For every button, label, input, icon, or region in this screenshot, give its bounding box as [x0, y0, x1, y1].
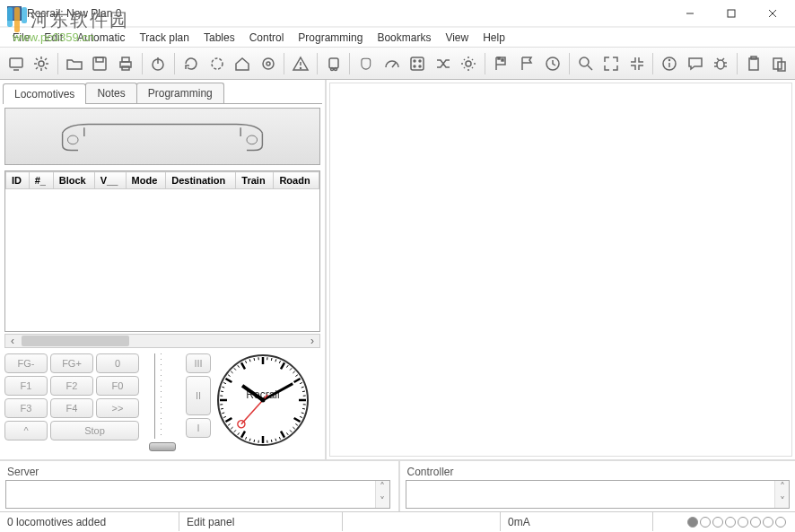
- window-maximize-button[interactable]: [711, 0, 752, 27]
- left-pane: Locomotives Notes Programming ID#_BlockV…: [0, 80, 327, 459]
- caret-button[interactable]: ^: [4, 421, 48, 440]
- stop-button[interactable]: Stop: [50, 421, 139, 440]
- monitor-icon[interactable]: [4, 51, 29, 76]
- bug-icon[interactable]: [709, 51, 734, 76]
- train-icon[interactable]: [321, 51, 346, 76]
- expand-icon[interactable]: [598, 51, 624, 76]
- window-titlebar: Rocrail: New Plan 0: [0, 0, 795, 27]
- locomotive-preview: [4, 108, 320, 165]
- zoom-icon[interactable]: [573, 51, 598, 76]
- f1-button[interactable]: F1: [4, 376, 48, 396]
- menu-programming[interactable]: Programming: [291, 30, 370, 46]
- col-block[interactable]: Block: [53, 172, 94, 189]
- svg-rect-30: [502, 59, 503, 61]
- tab-locomotives[interactable]: Locomotives: [3, 83, 86, 104]
- chat-icon[interactable]: [683, 51, 708, 76]
- server-log-list[interactable]: ˄˅: [5, 480, 390, 509]
- svg-rect-8: [96, 57, 103, 62]
- light-icon[interactable]: [457, 51, 482, 76]
- window-close-button[interactable]: [752, 0, 793, 27]
- svg-point-28: [466, 61, 471, 66]
- shrink-icon[interactable]: [625, 51, 650, 76]
- menu-automatic[interactable]: Automatic: [70, 30, 132, 46]
- svg-point-26: [414, 65, 415, 67]
- gauge-icon[interactable]: [380, 51, 405, 76]
- f4-button[interactable]: F4: [50, 398, 93, 418]
- tab-notes[interactable]: Notes: [85, 83, 136, 103]
- step-ii-button[interactable]: II: [186, 376, 211, 415]
- clipboard-icon[interactable]: [741, 51, 766, 76]
- f2-button[interactable]: F2: [50, 376, 93, 396]
- menu-help[interactable]: Help: [476, 30, 512, 46]
- menu-control[interactable]: Control: [242, 30, 292, 46]
- target-icon[interactable]: [256, 51, 281, 76]
- col-mode[interactable]: Mode: [126, 172, 166, 189]
- refresh-icon[interactable]: [179, 51, 204, 76]
- step-i-button[interactable]: I: [186, 418, 211, 438]
- svg-rect-7: [93, 57, 106, 70]
- svg-line-77: [254, 440, 255, 442]
- track-plan-canvas[interactable]: [329, 83, 792, 457]
- function-pad: FG- FG+ 0 F1 F2 F0 F3 F4 >> ^ Stop: [4, 353, 139, 451]
- svg-point-18: [301, 67, 301, 68]
- svg-point-25: [419, 60, 421, 62]
- toolbar-separator: [485, 53, 485, 74]
- svg-point-43: [247, 135, 258, 144]
- gear-icon[interactable]: [30, 51, 55, 76]
- flag-icon[interactable]: [515, 51, 540, 76]
- shuffle-icon[interactable]: [431, 51, 456, 76]
- controller-log-list[interactable]: ˄˅: [406, 480, 791, 509]
- col-roadn[interactable]: Roadn: [274, 172, 319, 189]
- refresh-dashed-icon[interactable]: [205, 51, 230, 76]
- paste-icon[interactable]: [767, 51, 792, 76]
- svg-rect-23: [411, 57, 424, 70]
- col-[interactable]: #_: [29, 172, 53, 189]
- power-icon[interactable]: [146, 51, 171, 76]
- col-v[interactable]: V__: [94, 172, 126, 189]
- f0-button[interactable]: F0: [96, 376, 139, 396]
- col-destination[interactable]: Destination: [166, 172, 236, 189]
- f3-button[interactable]: F3: [4, 398, 48, 418]
- clock-icon[interactable]: [540, 51, 565, 76]
- locomotive-table[interactable]: ID#_BlockV__ModeDestinationTrainRoadn: [4, 170, 320, 332]
- server-scrollbar[interactable]: ˄˅: [375, 481, 389, 508]
- folder-open-icon[interactable]: [62, 51, 87, 76]
- analog-clock: Rocrail: [216, 353, 310, 447]
- menu-edit[interactable]: Edit: [37, 30, 70, 46]
- window-minimize-button[interactable]: [669, 0, 711, 27]
- menu-file[interactable]: File: [5, 30, 37, 46]
- menu-bookmarks[interactable]: Bookmarks: [370, 30, 438, 46]
- fg-plus-button[interactable]: FG+: [50, 353, 93, 373]
- menu-tables[interactable]: Tables: [197, 30, 242, 46]
- col-train[interactable]: Train: [236, 172, 274, 189]
- controller-scrollbar[interactable]: ˄˅: [774, 481, 789, 508]
- flag-checkered-icon[interactable]: [489, 51, 514, 76]
- table-scrollbar-horizontal[interactable]: ‹›: [4, 334, 320, 348]
- menu-view[interactable]: View: [438, 30, 476, 46]
- save-icon[interactable]: [88, 51, 113, 76]
- home-icon[interactable]: [230, 51, 255, 76]
- col-id[interactable]: ID: [6, 172, 30, 189]
- svg-line-73: [271, 440, 272, 442]
- toolbar-separator: [569, 53, 570, 74]
- random-icon[interactable]: [406, 51, 431, 76]
- print-icon[interactable]: [113, 51, 138, 76]
- info-icon[interactable]: [657, 51, 682, 76]
- svg-rect-4: [10, 58, 22, 67]
- toolbar-separator: [652, 53, 653, 74]
- throttle-slider[interactable]: [144, 353, 180, 451]
- zero-button[interactable]: 0: [96, 353, 139, 373]
- svg-point-27: [419, 65, 421, 67]
- toolbar-separator: [142, 53, 143, 74]
- mouse-icon[interactable]: [354, 51, 379, 76]
- menu-trackplan[interactable]: Track plan: [132, 30, 197, 46]
- tab-programming[interactable]: Programming: [136, 83, 224, 103]
- fg-minus-button[interactable]: FG-: [4, 353, 48, 373]
- svg-point-14: [212, 58, 223, 69]
- warning-icon[interactable]: [288, 51, 313, 76]
- svg-point-20: [330, 67, 333, 70]
- forward-button[interactable]: >>: [96, 398, 139, 418]
- throttle-control-panel: FG- FG+ 0 F1 F2 F0 F3 F4 >> ^ Stop III I…: [4, 353, 320, 451]
- svg-line-92: [221, 391, 223, 392]
- step-iii-button[interactable]: III: [186, 353, 211, 373]
